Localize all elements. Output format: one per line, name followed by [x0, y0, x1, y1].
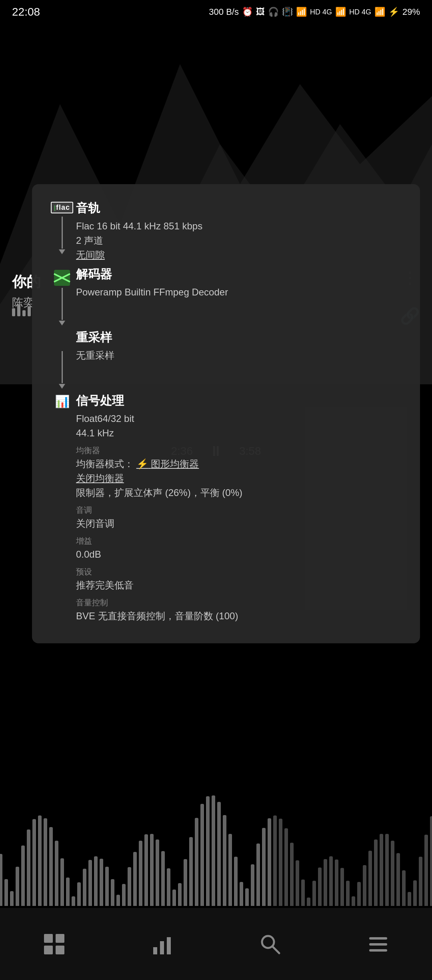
tone-value: 关闭音调 — [76, 516, 404, 531]
waveform-bar — [430, 816, 432, 906]
waveform-bar — [335, 860, 338, 906]
waveform-bar — [301, 880, 305, 906]
waveform-bar — [55, 841, 58, 906]
track-detail3: 无间隙 — [76, 248, 404, 262]
waveform-bar — [66, 878, 70, 906]
waveform-bar — [133, 852, 137, 906]
decoder-detail: Poweramp Builtin FFmpeg Decoder — [76, 285, 404, 299]
svg-rect-14 — [369, 937, 387, 940]
track-icon: |flac — [48, 202, 76, 262]
decoder-title: 解码器 — [76, 266, 404, 283]
waveform-bar — [21, 845, 25, 906]
waveform-bar — [10, 891, 14, 906]
waveform-bar — [94, 856, 98, 906]
resample-arrow — [59, 351, 65, 389]
waveform-bar — [16, 867, 19, 906]
svg-line-13 — [272, 946, 279, 953]
track-detail2: 2 声道 — [76, 233, 404, 248]
hd-4g-icon: HD 4G — [310, 8, 332, 16]
waveform-bar — [49, 827, 53, 906]
nav-grid[interactable] — [43, 933, 65, 955]
decoder-arrow — [59, 288, 65, 325]
waveform-bar — [223, 815, 226, 906]
waveform-bar — [72, 896, 75, 906]
wifi-icon: 📶 — [296, 7, 307, 17]
waveform-bar — [100, 859, 103, 906]
waveform-bar — [27, 829, 30, 906]
waveform-bar — [312, 881, 316, 906]
chart-icon — [151, 933, 173, 955]
svg-rect-15 — [369, 943, 387, 946]
waveform-bar — [396, 853, 400, 906]
waveform-bar — [234, 857, 238, 906]
nav-chart[interactable] — [151, 933, 173, 955]
waveform-bar — [156, 839, 159, 906]
waveform-bar — [111, 879, 114, 906]
waveform-bar — [324, 859, 327, 906]
nav-search[interactable] — [259, 933, 281, 955]
eq-mode-value[interactable]: ⚡ 图形均衡器 — [136, 458, 199, 469]
waveform-bar — [200, 804, 204, 906]
equalizer-label: 均衡器 — [76, 445, 404, 456]
menu-icon — [367, 933, 389, 955]
flac-logo: |flac — [51, 202, 73, 213]
waveform-bar — [290, 843, 294, 906]
waveform-bar — [44, 818, 47, 906]
signal-icon: 📶 — [335, 7, 346, 17]
waveform-bar — [363, 865, 366, 906]
waveform-bar — [307, 898, 310, 906]
search-icon — [259, 933, 281, 955]
svg-rect-16 — [369, 949, 387, 952]
decoder-svg-icon — [52, 268, 72, 288]
waveform-bar — [150, 834, 154, 906]
waveform-bar — [329, 856, 333, 906]
image-icon: 🖼 — [256, 7, 265, 17]
preset-label: 预设 — [76, 566, 404, 577]
waveform-bar — [240, 882, 243, 906]
waveform-bar — [357, 882, 361, 906]
waveform-bar — [189, 837, 193, 906]
resample-content: 重采样 无重采样 — [76, 329, 404, 389]
waveform-bar — [88, 860, 92, 906]
resample-section: 重采样 无重采样 — [48, 329, 404, 389]
status-time: 22:08 — [12, 6, 40, 18]
waveform-bar — [172, 890, 176, 906]
waveform-bar — [128, 867, 131, 906]
track-title: 音轨 — [76, 200, 404, 217]
waveform-bar — [0, 854, 2, 906]
waveform-bar — [206, 796, 210, 906]
waveform-bar — [77, 882, 81, 906]
waveform-bar — [279, 819, 282, 906]
track-arrow — [59, 217, 65, 254]
track-detail1: Flac 16 bit 44.1 kHz 851 kbps — [76, 219, 404, 233]
svg-rect-11 — [167, 937, 171, 954]
nav-menu[interactable] — [367, 933, 389, 955]
limiter-value: 限制器，扩展立体声 (26%)，平衡 (0%) — [76, 486, 404, 500]
waveform-container — [0, 778, 432, 906]
resample-icon-area — [48, 331, 76, 389]
waveform-bar — [178, 883, 182, 906]
waveform-bar — [268, 818, 271, 906]
signal-title: 信号处理 — [76, 393, 404, 409]
hd-4g2-icon: HD 4G — [349, 8, 371, 16]
signal-icon-area: 📊 — [48, 394, 76, 623]
resample-detail: 无重采样 — [76, 348, 404, 363]
alarm-icon: ⏰ — [242, 7, 253, 17]
signal-detail1: Float64/32 bit — [76, 412, 404, 426]
volume-value: BVE 无直接音频控制，音量阶数 (100) — [76, 609, 404, 623]
track-content: 音轨 Flac 16 bit 44.1 kHz 851 kbps 2 声道 无间… — [76, 200, 404, 262]
eq-close[interactable]: 关闭均衡器 — [76, 471, 404, 486]
waveform-bar — [374, 839, 378, 906]
tone-label: 音调 — [76, 505, 404, 516]
waveform-bar — [251, 864, 254, 906]
decoder-icon-area — [48, 268, 76, 325]
waveform-bar — [245, 888, 249, 906]
waveform-bar — [228, 834, 232, 906]
waveform-bar — [122, 884, 126, 906]
signal2-icon: 📶 — [374, 7, 385, 17]
decoder-section: 解码器 Poweramp Builtin FFmpeg Decoder — [48, 266, 404, 325]
waveform-bar — [116, 895, 120, 906]
waveform-bar — [161, 851, 165, 906]
waveform-bar — [38, 815, 42, 906]
signal-content: 信号处理 Float64/32 bit 44.1 kHz 均衡器 均衡器模式： … — [76, 393, 404, 623]
